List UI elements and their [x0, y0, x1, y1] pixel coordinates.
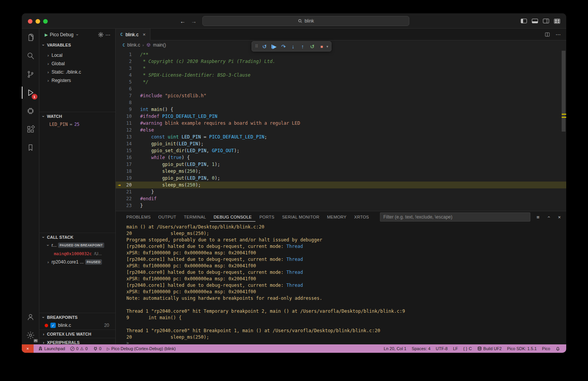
command-center-search[interactable]: blink	[202, 16, 409, 26]
breakpoint-margin[interactable]	[116, 99, 123, 106]
code-line[interactable]: 22#endif	[116, 195, 566, 202]
call-stack-core1-row[interactable]: › rp2040.core1 ... PAUSED	[39, 258, 115, 266]
board-status[interactable]: Pico	[540, 344, 552, 353]
sidebar-item-extensions[interactable]	[22, 120, 39, 138]
breakpoint-margin[interactable]	[116, 106, 123, 113]
restart-button[interactable]: ↺	[307, 42, 317, 51]
code-line[interactable]: 13 const uint LED_PIN = PICO_DEFAULT_LED…	[116, 133, 566, 140]
code-line[interactable]: 3 *	[116, 65, 566, 72]
breakpoint-margin[interactable]	[116, 188, 123, 195]
serial-ports-status[interactable]: 0	[91, 344, 104, 353]
step-into-button[interactable]: ↓	[288, 42, 298, 51]
maximize-panel-icon[interactable]: ›	[546, 214, 551, 220]
toggle-secondary-sidebar-icon[interactable]	[543, 19, 549, 23]
console-filter-input[interactable]	[380, 212, 530, 222]
code-line[interactable]: 23}	[116, 202, 566, 209]
encoding-status[interactable]: UTF-8	[433, 344, 450, 353]
step-over-button[interactable]: ↷	[279, 42, 288, 51]
back-button[interactable]: ←	[180, 18, 186, 24]
stop-button[interactable]: ■	[317, 42, 326, 51]
code-line[interactable]: 9int main() {	[116, 106, 566, 113]
breakpoint-margin[interactable]	[116, 58, 123, 65]
call-stack-section-header[interactable]: › CALL STACK	[39, 233, 115, 241]
breakpoints-section-header[interactable]: › BREAKPOINTS	[39, 313, 115, 321]
problems-status[interactable]: 0 ⚠ 0	[68, 344, 90, 353]
code-line[interactable]: 10#ifndef PICO_DEFAULT_LED_PIN	[116, 113, 566, 120]
code-line[interactable]: 8	[116, 99, 566, 106]
continue-button[interactable]: ▶	[269, 42, 279, 51]
cortex-live-watch-section-header[interactable]: › CORTEX LIVE WATCH	[39, 330, 115, 338]
sidebar-item-mcu[interactable]	[22, 102, 39, 120]
notifications-bell[interactable]	[553, 344, 562, 353]
minimize-window-button[interactable]	[36, 19, 40, 24]
eol-status[interactable]: LF	[451, 344, 460, 353]
build-uf2-button[interactable]: Build UF2	[475, 344, 504, 353]
remote-indicator[interactable]: ×	[22, 344, 34, 353]
variables-scope-row[interactable]: ›Registers	[39, 76, 115, 85]
code-line[interactable]: 5 */	[116, 79, 566, 85]
panel-tab-output[interactable]: OUTPUT	[155, 212, 180, 222]
code-line[interactable]: 4 * SPDX-License-Identifier: BSD-3-Claus…	[116, 72, 566, 79]
breakpoint-margin[interactable]: →	[116, 182, 123, 188]
settings-button[interactable]: Pi	[22, 326, 39, 344]
start-debug-icon[interactable]: ▶	[45, 32, 48, 37]
code-line[interactable]: 21 }	[116, 188, 566, 195]
breakpoint-margin[interactable]	[116, 65, 123, 72]
code-editor[interactable]: 1/**2 * Copyright (c) 2020 Raspberry Pi …	[116, 50, 566, 211]
language-mode-status[interactable]: { } C	[461, 344, 474, 353]
debug-session-status[interactable]: ▷ Pico Debug (Cortex-Debug) (blink)	[105, 344, 178, 353]
breakpoint-margin[interactable]	[116, 154, 123, 161]
breakpoint-margin[interactable]	[116, 140, 123, 147]
breakpoint-margin[interactable]	[116, 195, 123, 202]
breakpoint-margin[interactable]	[116, 79, 123, 85]
call-stack-thread-row[interactable]: › r... PAUSED ON BREAKPOINT	[39, 241, 115, 249]
breakpoint-margin[interactable]	[116, 127, 123, 133]
panel-tab-serial-monitor[interactable]: SERIAL MONITOR	[278, 212, 323, 222]
zoom-window-button[interactable]	[43, 19, 48, 24]
reset-device-button[interactable]: ↺	[260, 42, 269, 51]
sidebar-item-search[interactable]	[22, 47, 39, 65]
code-line[interactable]: 16 while (true) {	[116, 154, 566, 161]
breakpoint-margin[interactable]	[116, 168, 123, 175]
breakpoint-margin[interactable]	[116, 161, 123, 168]
breakpoint-margin[interactable]	[116, 113, 123, 120]
call-stack-frame-row[interactable]: main@0x1000032c /U...	[39, 249, 115, 258]
editor-scrollbar[interactable]	[562, 51, 565, 132]
code-line[interactable]: 11#warning blink example requires a boar…	[116, 120, 566, 127]
tab-blink-c[interactable]: C blink.c ×	[116, 29, 150, 40]
close-panel-icon[interactable]: ×	[556, 214, 562, 220]
console-options-icon[interactable]: ≡	[535, 214, 541, 220]
watch-expression-row[interactable]: LED_PIN = 25	[39, 120, 115, 129]
panel-tab-ports[interactable]: PORTS	[255, 212, 278, 222]
customize-layout-icon[interactable]	[554, 19, 560, 24]
console-prompt[interactable]: >	[126, 341, 566, 344]
indentation-status[interactable]: Spaces: 4	[409, 344, 433, 353]
breakpoint-margin[interactable]	[116, 133, 123, 140]
sidebar-item-bookmarks[interactable]	[22, 138, 39, 157]
code-line[interactable]: 12#else	[116, 127, 566, 133]
accounts-button[interactable]	[22, 308, 39, 326]
code-line[interactable]: 15 gpio_set_dir(LED_PIN, GPIO_OUT);	[116, 147, 566, 154]
breadcrumb-file[interactable]: blink.c	[127, 42, 140, 48]
step-out-button[interactable]: ↑	[298, 42, 307, 51]
breakpoint-margin[interactable]	[116, 72, 123, 79]
code-line[interactable]: →20 sleep_ms(250);	[116, 182, 566, 188]
toggle-panel-icon[interactable]	[532, 19, 538, 23]
sidebar-item-source-control[interactable]	[22, 65, 39, 84]
variables-scope-row[interactable]: ›Global	[39, 59, 115, 68]
toggle-primary-sidebar-icon[interactable]	[521, 19, 527, 23]
xperipherals-section-header[interactable]: › XPERIPHERALS	[39, 338, 115, 344]
breakpoint-margin[interactable]	[116, 51, 123, 58]
panel-tab-memory[interactable]: MEMORY	[323, 212, 350, 222]
panel-tab-xrtos[interactable]: XRTOS	[351, 212, 373, 222]
code-line[interactable]: 1/**	[116, 51, 566, 58]
debug-config-select[interactable]: Pico Debug	[50, 32, 73, 37]
code-line[interactable]: 7#include "pico/stdlib.h"	[116, 92, 566, 99]
forward-button[interactable]: →	[191, 18, 197, 24]
code-line[interactable]: 2 * Copyright (c) 2020 Raspberry Pi (Tra…	[116, 58, 566, 65]
drag-handle-icon[interactable]: ⠿	[254, 44, 260, 49]
code-line[interactable]: 17 gpio_put(LED_PIN, 1);	[116, 161, 566, 168]
launchpad-button[interactable]: Launchpad	[36, 344, 67, 353]
code-line[interactable]: 6	[116, 85, 566, 92]
variables-scope-row[interactable]: ›Static: ./blink.c	[39, 68, 115, 76]
